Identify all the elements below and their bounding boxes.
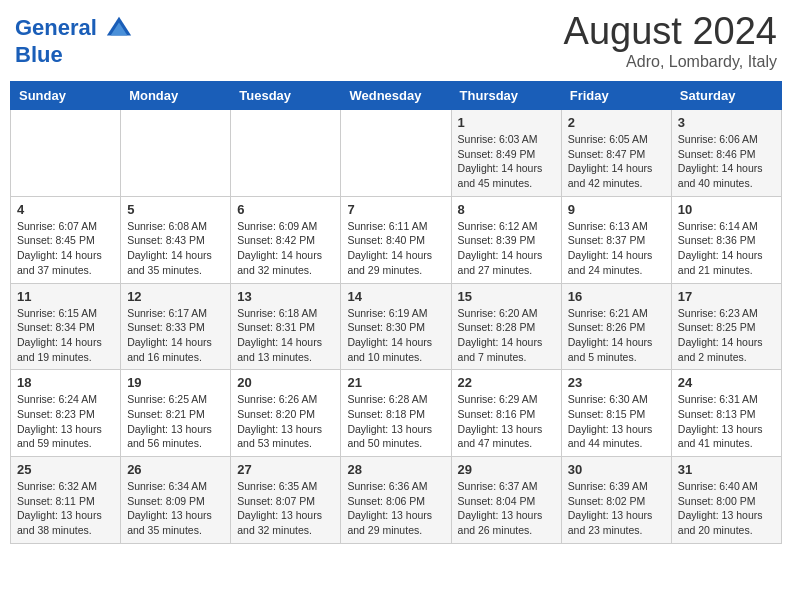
calendar-week-row: 1Sunrise: 6:03 AM Sunset: 8:49 PM Daylig…	[11, 110, 782, 197]
calendar-cell: 10Sunrise: 6:14 AM Sunset: 8:36 PM Dayli…	[671, 196, 781, 283]
calendar-cell: 30Sunrise: 6:39 AM Sunset: 8:02 PM Dayli…	[561, 457, 671, 544]
calendar-cell: 21Sunrise: 6:28 AM Sunset: 8:18 PM Dayli…	[341, 370, 451, 457]
day-number: 2	[568, 115, 665, 130]
day-info: Sunrise: 6:24 AM Sunset: 8:23 PM Dayligh…	[17, 392, 114, 451]
day-number: 16	[568, 289, 665, 304]
calendar-cell: 8Sunrise: 6:12 AM Sunset: 8:39 PM Daylig…	[451, 196, 561, 283]
calendar-cell: 7Sunrise: 6:11 AM Sunset: 8:40 PM Daylig…	[341, 196, 451, 283]
calendar-day-header: Thursday	[451, 82, 561, 110]
logo: General Blue	[15, 15, 133, 67]
day-info: Sunrise: 6:32 AM Sunset: 8:11 PM Dayligh…	[17, 479, 114, 538]
calendar-cell: 11Sunrise: 6:15 AM Sunset: 8:34 PM Dayli…	[11, 283, 121, 370]
day-number: 26	[127, 462, 224, 477]
day-number: 17	[678, 289, 775, 304]
calendar-table: SundayMondayTuesdayWednesdayThursdayFrid…	[10, 81, 782, 544]
day-info: Sunrise: 6:03 AM Sunset: 8:49 PM Dayligh…	[458, 132, 555, 191]
day-number: 31	[678, 462, 775, 477]
day-number: 5	[127, 202, 224, 217]
calendar-day-header: Saturday	[671, 82, 781, 110]
calendar-cell	[11, 110, 121, 197]
day-info: Sunrise: 6:26 AM Sunset: 8:20 PM Dayligh…	[237, 392, 334, 451]
title-area: August 2024 Adro, Lombardy, Italy	[564, 10, 777, 71]
day-number: 3	[678, 115, 775, 130]
day-info: Sunrise: 6:40 AM Sunset: 8:00 PM Dayligh…	[678, 479, 775, 538]
day-number: 22	[458, 375, 555, 390]
day-info: Sunrise: 6:07 AM Sunset: 8:45 PM Dayligh…	[17, 219, 114, 278]
day-number: 27	[237, 462, 334, 477]
day-number: 24	[678, 375, 775, 390]
calendar-cell: 27Sunrise: 6:35 AM Sunset: 8:07 PM Dayli…	[231, 457, 341, 544]
day-info: Sunrise: 6:14 AM Sunset: 8:36 PM Dayligh…	[678, 219, 775, 278]
day-number: 8	[458, 202, 555, 217]
calendar-cell: 24Sunrise: 6:31 AM Sunset: 8:13 PM Dayli…	[671, 370, 781, 457]
calendar-day-header: Monday	[121, 82, 231, 110]
logo-blue: Blue	[15, 43, 133, 67]
day-info: Sunrise: 6:08 AM Sunset: 8:43 PM Dayligh…	[127, 219, 224, 278]
calendar-day-header: Tuesday	[231, 82, 341, 110]
day-info: Sunrise: 6:19 AM Sunset: 8:30 PM Dayligh…	[347, 306, 444, 365]
day-number: 14	[347, 289, 444, 304]
location: Adro, Lombardy, Italy	[564, 53, 777, 71]
calendar-cell: 26Sunrise: 6:34 AM Sunset: 8:09 PM Dayli…	[121, 457, 231, 544]
calendar-cell: 2Sunrise: 6:05 AM Sunset: 8:47 PM Daylig…	[561, 110, 671, 197]
day-info: Sunrise: 6:39 AM Sunset: 8:02 PM Dayligh…	[568, 479, 665, 538]
calendar-cell	[341, 110, 451, 197]
calendar-cell: 6Sunrise: 6:09 AM Sunset: 8:42 PM Daylig…	[231, 196, 341, 283]
calendar-week-row: 11Sunrise: 6:15 AM Sunset: 8:34 PM Dayli…	[11, 283, 782, 370]
calendar-week-row: 4Sunrise: 6:07 AM Sunset: 8:45 PM Daylig…	[11, 196, 782, 283]
day-info: Sunrise: 6:30 AM Sunset: 8:15 PM Dayligh…	[568, 392, 665, 451]
calendar-cell	[231, 110, 341, 197]
calendar-cell: 29Sunrise: 6:37 AM Sunset: 8:04 PM Dayli…	[451, 457, 561, 544]
calendar-cell: 13Sunrise: 6:18 AM Sunset: 8:31 PM Dayli…	[231, 283, 341, 370]
calendar-header-row: SundayMondayTuesdayWednesdayThursdayFrid…	[11, 82, 782, 110]
calendar-cell: 3Sunrise: 6:06 AM Sunset: 8:46 PM Daylig…	[671, 110, 781, 197]
day-number: 12	[127, 289, 224, 304]
day-number: 18	[17, 375, 114, 390]
day-info: Sunrise: 6:34 AM Sunset: 8:09 PM Dayligh…	[127, 479, 224, 538]
day-info: Sunrise: 6:35 AM Sunset: 8:07 PM Dayligh…	[237, 479, 334, 538]
calendar-cell: 1Sunrise: 6:03 AM Sunset: 8:49 PM Daylig…	[451, 110, 561, 197]
day-info: Sunrise: 6:31 AM Sunset: 8:13 PM Dayligh…	[678, 392, 775, 451]
day-number: 15	[458, 289, 555, 304]
day-info: Sunrise: 6:37 AM Sunset: 8:04 PM Dayligh…	[458, 479, 555, 538]
calendar-cell: 19Sunrise: 6:25 AM Sunset: 8:21 PM Dayli…	[121, 370, 231, 457]
day-number: 23	[568, 375, 665, 390]
calendar-cell: 5Sunrise: 6:08 AM Sunset: 8:43 PM Daylig…	[121, 196, 231, 283]
day-info: Sunrise: 6:09 AM Sunset: 8:42 PM Dayligh…	[237, 219, 334, 278]
day-info: Sunrise: 6:28 AM Sunset: 8:18 PM Dayligh…	[347, 392, 444, 451]
day-number: 30	[568, 462, 665, 477]
calendar-cell: 4Sunrise: 6:07 AM Sunset: 8:45 PM Daylig…	[11, 196, 121, 283]
day-number: 7	[347, 202, 444, 217]
calendar-cell: 25Sunrise: 6:32 AM Sunset: 8:11 PM Dayli…	[11, 457, 121, 544]
day-info: Sunrise: 6:12 AM Sunset: 8:39 PM Dayligh…	[458, 219, 555, 278]
day-number: 6	[237, 202, 334, 217]
day-number: 20	[237, 375, 334, 390]
day-number: 11	[17, 289, 114, 304]
day-number: 9	[568, 202, 665, 217]
calendar-cell: 9Sunrise: 6:13 AM Sunset: 8:37 PM Daylig…	[561, 196, 671, 283]
calendar-cell: 31Sunrise: 6:40 AM Sunset: 8:00 PM Dayli…	[671, 457, 781, 544]
calendar-week-row: 18Sunrise: 6:24 AM Sunset: 8:23 PM Dayli…	[11, 370, 782, 457]
calendar-cell: 14Sunrise: 6:19 AM Sunset: 8:30 PM Dayli…	[341, 283, 451, 370]
calendar-cell: 20Sunrise: 6:26 AM Sunset: 8:20 PM Dayli…	[231, 370, 341, 457]
day-info: Sunrise: 6:21 AM Sunset: 8:26 PM Dayligh…	[568, 306, 665, 365]
day-number: 29	[458, 462, 555, 477]
calendar-day-header: Wednesday	[341, 82, 451, 110]
calendar-cell: 18Sunrise: 6:24 AM Sunset: 8:23 PM Dayli…	[11, 370, 121, 457]
day-info: Sunrise: 6:23 AM Sunset: 8:25 PM Dayligh…	[678, 306, 775, 365]
day-number: 1	[458, 115, 555, 130]
day-info: Sunrise: 6:25 AM Sunset: 8:21 PM Dayligh…	[127, 392, 224, 451]
calendar-cell: 17Sunrise: 6:23 AM Sunset: 8:25 PM Dayli…	[671, 283, 781, 370]
calendar-cell: 23Sunrise: 6:30 AM Sunset: 8:15 PM Dayli…	[561, 370, 671, 457]
day-info: Sunrise: 6:15 AM Sunset: 8:34 PM Dayligh…	[17, 306, 114, 365]
day-number: 28	[347, 462, 444, 477]
day-number: 21	[347, 375, 444, 390]
month-year: August 2024	[564, 10, 777, 53]
calendar-cell: 22Sunrise: 6:29 AM Sunset: 8:16 PM Dayli…	[451, 370, 561, 457]
calendar-cell: 12Sunrise: 6:17 AM Sunset: 8:33 PM Dayli…	[121, 283, 231, 370]
day-number: 19	[127, 375, 224, 390]
calendar-cell: 28Sunrise: 6:36 AM Sunset: 8:06 PM Dayli…	[341, 457, 451, 544]
day-info: Sunrise: 6:29 AM Sunset: 8:16 PM Dayligh…	[458, 392, 555, 451]
day-number: 4	[17, 202, 114, 217]
calendar-day-header: Friday	[561, 82, 671, 110]
